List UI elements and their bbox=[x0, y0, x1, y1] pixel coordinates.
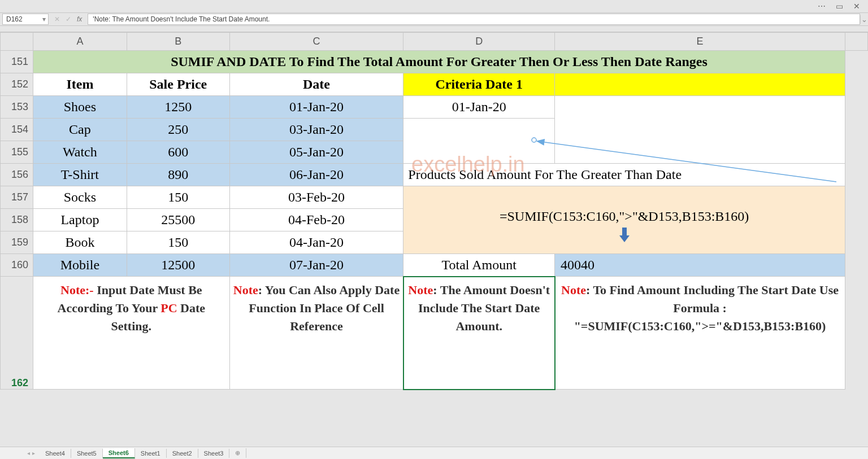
total-value[interactable]: 40040 bbox=[555, 254, 845, 277]
row-header-159[interactable]: 159 bbox=[1, 231, 33, 254]
cell-B155[interactable]: 600 bbox=[127, 141, 229, 164]
cell-B154[interactable]: 250 bbox=[127, 119, 229, 141]
row-header-153[interactable]: 153 bbox=[1, 96, 33, 119]
cell-C158[interactable]: 04-Feb-20 bbox=[229, 209, 403, 231]
cell-B159[interactable]: 150 bbox=[127, 231, 229, 254]
cell-A154[interactable]: Cap bbox=[33, 119, 127, 141]
cell-C155[interactable]: 05-Jan-20 bbox=[229, 141, 403, 164]
svg-rect-0 bbox=[622, 228, 627, 235]
svg-marker-1 bbox=[619, 235, 630, 242]
row-header-160[interactable]: 160 bbox=[1, 254, 33, 277]
label-greater-than[interactable]: Products Sold Amount For The Greater Tha… bbox=[403, 164, 845, 186]
cell-E153-empty[interactable] bbox=[555, 96, 845, 164]
col-header-E[interactable]: E bbox=[555, 33, 845, 51]
cancel-edit-icon[interactable]: ✕ bbox=[54, 15, 60, 23]
row-header-158[interactable]: 158 bbox=[1, 209, 33, 231]
header-saleprice[interactable]: Sale Price bbox=[127, 73, 229, 96]
down-arrow-icon bbox=[616, 226, 633, 243]
confirm-edit-icon[interactable]: ✓ bbox=[66, 15, 71, 23]
row-header-162[interactable]: 162 bbox=[1, 277, 33, 390]
cell-C156[interactable]: 06-Jan-20 bbox=[229, 164, 403, 186]
cell-A157[interactable]: Socks bbox=[33, 186, 127, 209]
note-D[interactable]: Note: The Amount Doesn't Include The Sta… bbox=[403, 277, 555, 390]
cell-D154-empty[interactable] bbox=[403, 119, 555, 164]
tab-nav-last-icon[interactable]: ▸ bbox=[32, 450, 35, 456]
sheet-tab-bar: ◂ ▸ Sheet4 Sheet5 Sheet6 Sheet1 Sheet2 S… bbox=[0, 447, 868, 459]
tab-nav-first-icon[interactable]: ◂ bbox=[27, 450, 30, 456]
cell-C154[interactable]: 03-Jan-20 bbox=[229, 119, 403, 141]
title-cell[interactable]: SUMIF AND DATE To Find The Total Amount … bbox=[33, 51, 845, 73]
formula-text: 'Note: The Amount Doesn't Include The St… bbox=[93, 15, 270, 23]
tab-sheet2[interactable]: Sheet2 bbox=[167, 449, 198, 458]
header-item[interactable]: Item bbox=[33, 73, 127, 96]
cell-B156[interactable]: 890 bbox=[127, 164, 229, 186]
col-header-B[interactable]: B bbox=[127, 33, 229, 51]
cell-D153-criteria[interactable]: 01-Jan-20 bbox=[403, 96, 555, 119]
name-box-value: D162 bbox=[6, 15, 23, 23]
cell-C153[interactable]: 01-Jan-20 bbox=[229, 96, 403, 119]
tab-sheet6[interactable]: Sheet6 bbox=[103, 448, 135, 458]
col-header-D[interactable]: D bbox=[403, 33, 555, 51]
cell-B157[interactable]: 150 bbox=[127, 186, 229, 209]
tab-add-button[interactable]: ⊕ bbox=[229, 448, 246, 458]
cell-A153[interactable]: Shoes bbox=[33, 96, 127, 119]
select-all-corner[interactable] bbox=[1, 33, 33, 51]
row-header-157[interactable]: 157 bbox=[1, 186, 33, 209]
cell-C160[interactable]: 07-Jan-20 bbox=[229, 254, 403, 277]
row-header-151[interactable]: 151 bbox=[1, 51, 33, 73]
ribbon-toggle-icon[interactable]: ▭ bbox=[836, 2, 843, 11]
name-box-dropdown-icon[interactable]: ▾ bbox=[42, 15, 46, 23]
cell-A158[interactable]: Laptop bbox=[33, 209, 127, 231]
fx-icon[interactable]: fx bbox=[77, 15, 82, 23]
formula-text: =SUMIF(C153:C160,">"&D153,B153:B160) bbox=[500, 209, 749, 224]
cell-A156[interactable]: T-Shirt bbox=[33, 164, 127, 186]
spreadsheet-grid[interactable]: A B C D E 151 SUMIF AND DATE To Find The… bbox=[0, 32, 868, 390]
cell-B158[interactable]: 25500 bbox=[127, 209, 229, 231]
header-date[interactable]: Date bbox=[229, 73, 403, 96]
tab-sheet1[interactable]: Sheet1 bbox=[135, 449, 167, 458]
tab-sheet3[interactable]: Sheet3 bbox=[198, 449, 230, 458]
header-criteria[interactable]: Criteria Date 1 bbox=[403, 73, 555, 96]
formula-input[interactable]: 'Note: The Amount Doesn't Include The St… bbox=[88, 14, 860, 25]
note-C[interactable]: Note: You Can Also Apply Date Function I… bbox=[229, 277, 403, 390]
col-header-A[interactable]: A bbox=[33, 33, 127, 51]
formula-expand-icon[interactable]: ⌄ bbox=[860, 15, 868, 24]
formula-display[interactable]: =SUMIF(C153:C160,">"&D153,B153:B160) bbox=[403, 186, 845, 254]
cell-B160[interactable]: 12500 bbox=[127, 254, 229, 277]
close-icon[interactable]: ✕ bbox=[853, 2, 860, 11]
ellipsis-icon[interactable]: ⋯ bbox=[818, 2, 826, 11]
note-E[interactable]: Note: To Find Amount Including The Start… bbox=[555, 277, 845, 390]
col-header-rest[interactable] bbox=[845, 33, 868, 51]
cell-B153[interactable]: 1250 bbox=[127, 96, 229, 119]
name-box[interactable]: D162 ▾ bbox=[2, 14, 49, 25]
cell-C159[interactable]: 04-Jan-20 bbox=[229, 231, 403, 254]
row-header-156[interactable]: 156 bbox=[1, 164, 33, 186]
total-label[interactable]: Total Amount bbox=[403, 254, 555, 277]
cell-A159[interactable]: Book bbox=[33, 231, 127, 254]
cell-C157[interactable]: 03-Feb-20 bbox=[229, 186, 403, 209]
row-header-154[interactable]: 154 bbox=[1, 119, 33, 141]
row-header-155[interactable]: 155 bbox=[1, 141, 33, 164]
cell-A155[interactable]: Watch bbox=[33, 141, 127, 164]
note-AB[interactable]: Note:- Input Date Must Be According To Y… bbox=[33, 277, 229, 390]
cell-A160[interactable]: Mobile bbox=[33, 254, 127, 277]
tab-sheet5[interactable]: Sheet5 bbox=[71, 449, 103, 458]
header-e-blank[interactable] bbox=[555, 73, 845, 96]
row-header-152[interactable]: 152 bbox=[1, 73, 33, 96]
tab-sheet4[interactable]: Sheet4 bbox=[40, 449, 71, 458]
col-header-C[interactable]: C bbox=[229, 33, 403, 51]
